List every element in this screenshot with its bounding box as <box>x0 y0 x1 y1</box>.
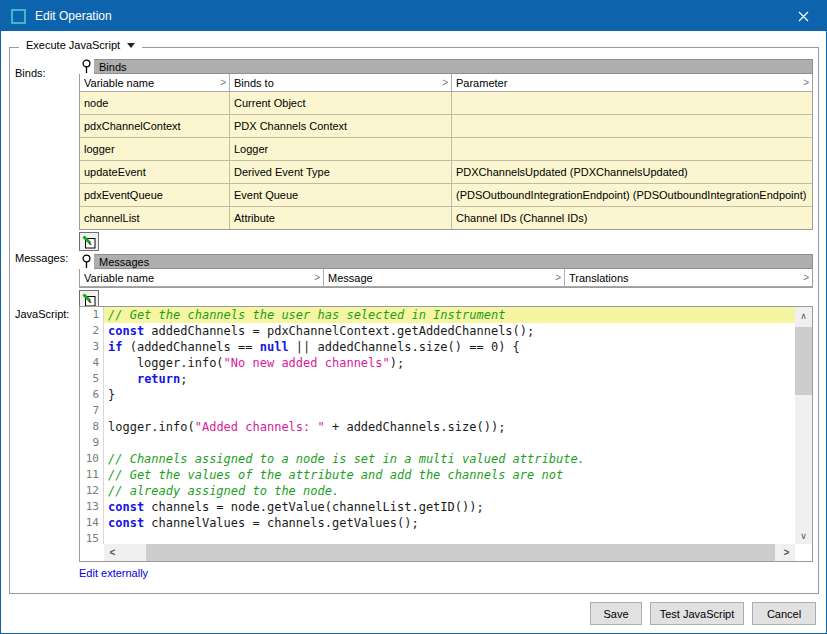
code-area[interactable]: // Get the channels the user has selecte… <box>104 307 795 544</box>
line-number: 11 <box>80 467 99 483</box>
scroll-down-icon[interactable]: ∨ <box>795 527 812 544</box>
table-row: pdxEventQueueEvent Queue(PDSOutboundInte… <box>80 184 812 207</box>
edit-externally-link[interactable]: Edit externally <box>79 567 148 579</box>
table-cell[interactable] <box>452 92 812 114</box>
column-header[interactable]: Binds to> <box>230 74 452 91</box>
code-line[interactable]: } <box>104 387 795 403</box>
code-token-kw: if <box>108 340 122 354</box>
chevron-down-icon <box>127 43 135 48</box>
vertical-scrollbar[interactable]: ∧ ∨ <box>795 307 812 544</box>
binds-section: Binds Variable name>Binds to>Parameter> … <box>79 58 813 251</box>
table-cell[interactable]: Event Queue <box>230 184 452 206</box>
table-cell[interactable]: pdxChannelContext <box>80 115 230 137</box>
horizontal-scrollbar-thumb[interactable] <box>146 544 775 561</box>
javascript-editor[interactable]: 123456789101112131415 // Get the channel… <box>79 306 813 562</box>
code-line[interactable] <box>104 531 795 544</box>
line-number: 8 <box>80 419 99 435</box>
table-cell[interactable]: (PDSOutboundIntegrationEndpoint) (PDSOut… <box>452 184 812 206</box>
code-token-pl: logger.info( <box>108 356 224 370</box>
table-cell[interactable]: node <box>80 92 230 114</box>
horizontal-scrollbar-track[interactable]: < > <box>104 544 795 561</box>
line-number: 14 <box>80 515 99 531</box>
code-line[interactable]: const addedChannels = pdxChannelContext.… <box>104 323 795 339</box>
table-cell[interactable]: logger <box>80 138 230 160</box>
pin-icon <box>79 58 94 74</box>
column-header[interactable]: Message> <box>324 269 565 286</box>
code-token-pl: channels = node.getValue(channelList.get… <box>144 500 484 514</box>
table-cell[interactable]: Logger <box>230 138 452 160</box>
table-cell[interactable]: updateEvent <box>80 161 230 183</box>
code-line[interactable] <box>104 403 795 419</box>
close-icon <box>798 11 809 22</box>
binds-section-header[interactable]: Binds <box>79 58 813 74</box>
edit-icon <box>82 235 96 249</box>
chevron-right-icon: > <box>442 77 448 88</box>
messages-section-header[interactable]: Messages <box>79 253 813 269</box>
code-token-kw: return <box>137 372 180 386</box>
code-token-pl: logger.info( <box>108 420 195 434</box>
code-line[interactable] <box>104 435 795 451</box>
table-cell[interactable]: Channel IDs (Channel IDs) <box>452 207 812 229</box>
save-button[interactable]: Save <box>590 602 642 625</box>
chevron-right-icon: > <box>803 272 809 283</box>
code-token-kw: null <box>260 340 289 354</box>
messages-section-title: Messages <box>94 254 813 269</box>
scroll-left-icon[interactable]: < <box>104 544 121 561</box>
table-cell[interactable]: Derived Event Type <box>230 161 452 183</box>
messages-table: Variable name>Message>Translations> <box>79 269 813 288</box>
table-cell[interactable]: PDX Channels Context <box>230 115 452 137</box>
chevron-right-icon: > <box>220 77 226 88</box>
operation-selector[interactable]: Execute JavaScript <box>19 39 142 51</box>
column-header[interactable]: Parameter> <box>452 74 812 91</box>
table-cell[interactable]: PDXChannelsUpdated (PDXChannelsUpdated) <box>452 161 812 183</box>
vertical-scrollbar-thumb[interactable] <box>795 327 812 395</box>
table-cell[interactable]: channelList <box>80 207 230 229</box>
code-line[interactable]: // already assigned to the node. <box>104 483 795 499</box>
scroll-right-icon[interactable]: > <box>778 544 795 561</box>
binds-table: Variable name>Binds to>Parameter> nodeCu… <box>79 74 813 230</box>
edit-binds-button[interactable] <box>79 232 99 251</box>
table-cell[interactable] <box>452 138 812 160</box>
column-header[interactable]: Translations> <box>565 269 812 286</box>
horizontal-scrollbar[interactable]: < > <box>80 544 795 561</box>
code-token-pl: || addedChannels.size() == 0) { <box>289 340 520 354</box>
line-number: 9 <box>80 435 99 451</box>
test-javascript-button[interactable]: Test JavaScript <box>650 602 744 625</box>
table-row: loggerLogger <box>80 138 812 161</box>
column-header-label: Message <box>328 272 373 284</box>
code-line[interactable]: // Channels assigned to a node is set in… <box>104 451 795 467</box>
table-cell[interactable] <box>452 115 812 137</box>
column-header-label: Binds to <box>234 77 274 89</box>
chevron-right-icon: > <box>803 77 809 88</box>
code-token-pl: } <box>108 388 115 402</box>
line-number: 10 <box>80 451 99 467</box>
code-line[interactable]: logger.info("No new added channels"); <box>104 355 795 371</box>
table-cell[interactable]: Attribute <box>230 207 452 229</box>
table-row: nodeCurrent Object <box>80 92 812 115</box>
code-line[interactable]: // Get the values of the attribute and a… <box>104 467 795 483</box>
code-line[interactable]: logger.info("Added channels: " + addedCh… <box>104 419 795 435</box>
edit-icon <box>82 293 96 307</box>
javascript-label: JavaScript: <box>15 308 69 320</box>
cancel-button[interactable]: Cancel <box>752 602 816 625</box>
operation-selector-label: Execute JavaScript <box>26 39 120 51</box>
close-button[interactable] <box>781 1 826 31</box>
messages-table-header-row: Variable name>Message>Translations> <box>80 269 812 287</box>
table-cell[interactable]: Current Object <box>230 92 452 114</box>
scroll-up-icon[interactable]: ∧ <box>795 307 812 324</box>
code-token-pl: channelValues = channels.getValues(); <box>144 516 419 530</box>
column-header[interactable]: Variable name> <box>80 74 230 91</box>
code-line[interactable]: const channels = node.getValue(channelLi… <box>104 499 795 515</box>
line-number: 7 <box>80 403 99 419</box>
code-line[interactable]: const channelValues = channels.getValues… <box>104 515 795 531</box>
code-line[interactable]: if (addedChannels == null || addedChanne… <box>104 339 795 355</box>
binds-table-body: nodeCurrent ObjectpdxChannelContextPDX C… <box>80 92 812 229</box>
code-line[interactable]: // Get the channels the user has selecte… <box>104 307 795 323</box>
table-row: updateEventDerived Event TypePDXChannels… <box>80 161 812 184</box>
table-cell[interactable]: pdxEventQueue <box>80 184 230 206</box>
code-line[interactable]: return; <box>104 371 795 387</box>
line-number: 13 <box>80 499 99 515</box>
column-header-label: Translations <box>569 272 629 284</box>
column-header[interactable]: Variable name> <box>80 269 324 286</box>
column-header-label: Variable name <box>84 272 154 284</box>
